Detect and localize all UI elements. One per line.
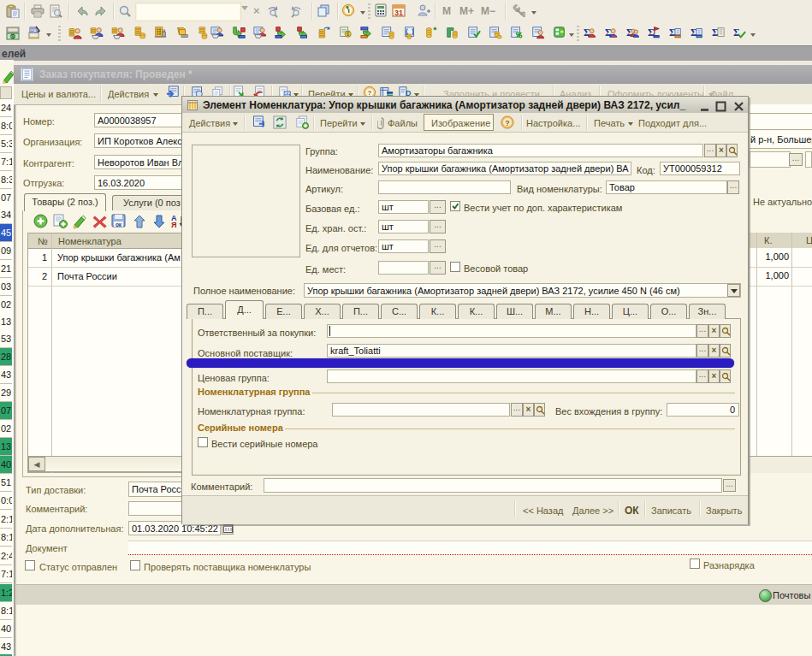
svg-text:31: 31 xyxy=(394,9,403,17)
svg-text:$: $ xyxy=(11,33,15,39)
svg-text:?: ? xyxy=(505,119,509,127)
svg-text:Я: Я xyxy=(171,221,176,228)
svg-text:ок: ок xyxy=(116,222,122,228)
